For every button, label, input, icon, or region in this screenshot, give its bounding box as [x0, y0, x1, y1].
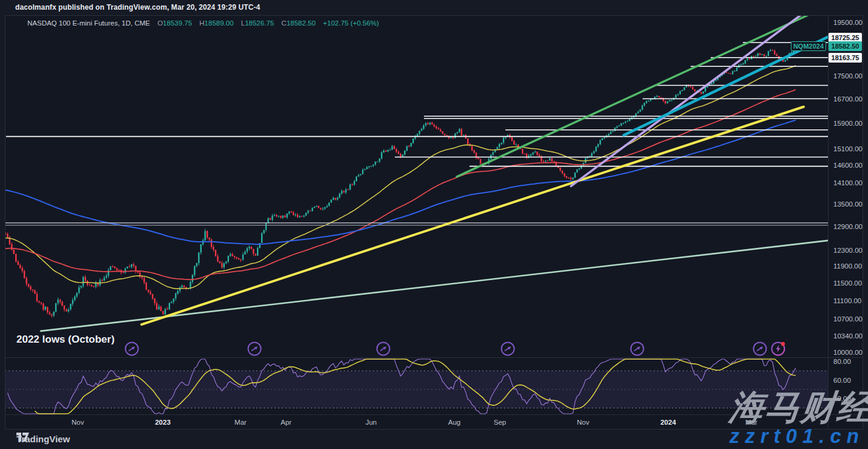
price-tick-label: 11100.00	[833, 297, 861, 304]
watermark-url: zzrt01.cn	[730, 426, 864, 446]
close-label: C	[281, 19, 286, 27]
low-value: 18526.75	[245, 19, 274, 27]
price-tick-label: 10000.00	[833, 349, 863, 356]
time-tick-label: 2023	[155, 419, 171, 426]
price-tick-label: 16700.00	[833, 95, 863, 103]
price-tick-label: 11900.00	[833, 262, 862, 270]
price-tick-label: 14100.00	[833, 179, 863, 187]
change-value: +102.75 (+0.56%)	[323, 19, 379, 27]
high-value: 18589.00	[205, 19, 234, 27]
price-tick-label: 12900.00	[833, 223, 863, 230]
watermark-cn: 海马财经	[728, 390, 868, 425]
chart-canvas[interactable]: 19500.0017500.0016700.0015900.0015100.00…	[0, 0, 868, 449]
time-tick-label: Mar	[234, 419, 247, 426]
symbol-title: NASDAQ 100 E-mini Futures, 1D, CME	[27, 19, 150, 27]
tradingview-snapshot-page: dacolmanfx published on TradingView.com,…	[0, 0, 868, 449]
price-tick-label: 14600.00	[833, 162, 863, 169]
price-tick-label: 13500.00	[833, 201, 863, 208]
time-tick-label: Aug	[448, 419, 460, 426]
price-label-lower: 18163.75	[829, 53, 862, 63]
open-value: 18539.75	[163, 19, 192, 27]
symbol-info[interactable]: NASDAQ 100 E-mini Futures, 1D, CME O1853…	[27, 19, 379, 27]
time-tick-label: Nov	[72, 419, 84, 426]
time-tick-label: Nov	[577, 419, 590, 426]
price-tick-label: 12300.00	[833, 247, 863, 254]
high-label: H	[199, 19, 204, 27]
time-tick-label: Sep	[494, 419, 506, 426]
tradingview-logo-icon	[16, 432, 31, 442]
rsi-tick-label: 60.00	[833, 377, 851, 384]
price-tick-label: 10700.00	[833, 315, 863, 323]
time-tick-label: Apr	[281, 419, 292, 426]
price-tick-label: 15900.00	[833, 120, 863, 127]
price-tick-label: 19500.00	[833, 19, 863, 26]
rsi-tick-label: 80.00	[833, 358, 851, 365]
lows-annotation: 2022 lows (October)	[16, 334, 115, 346]
footer: TradingView	[16, 432, 70, 445]
price-tick-label: 10340.00	[833, 332, 863, 340]
open-label: O	[157, 19, 163, 27]
price-tick-label: 17500.00	[833, 72, 863, 80]
close-value: 18582.50	[287, 19, 316, 27]
current-price-label: 18582.50	[829, 41, 862, 51]
price-tick-label: 11500.00	[833, 279, 862, 287]
price-tick-label: 15100.00	[833, 145, 863, 153]
contract-label: NQM2024	[791, 41, 826, 51]
time-tick-label: 2024	[660, 419, 676, 426]
time-tick-label: Jun	[366, 419, 377, 426]
